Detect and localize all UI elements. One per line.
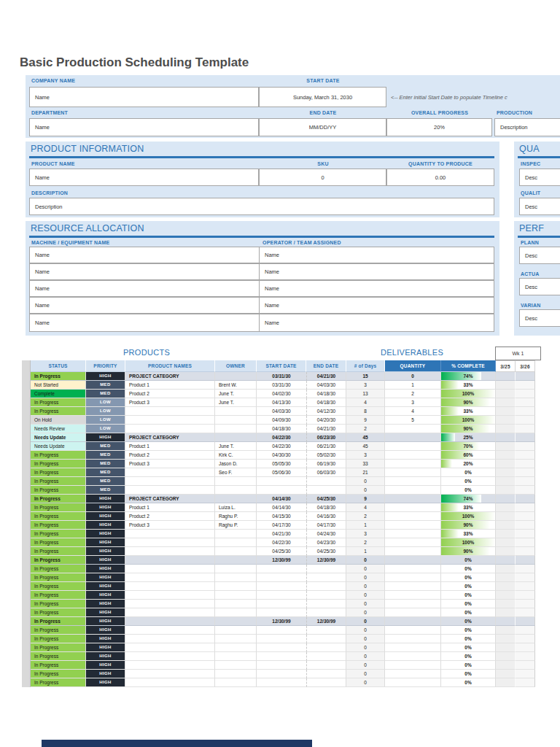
start-date-cell[interactable]: [257, 600, 306, 608]
status-cell[interactable]: In Progress: [31, 547, 86, 556]
start-date-cell[interactable]: 03/31/30: [257, 372, 306, 381]
priority-cell[interactable]: HIGH: [86, 512, 125, 521]
start-date-cell[interactable]: 04/22/30: [257, 433, 306, 442]
complete-cell[interactable]: 33%: [441, 407, 496, 416]
complete-cell[interactable]: 0%: [441, 591, 496, 600]
timeline-cell[interactable]: [516, 477, 535, 486]
timeline-cell[interactable]: [516, 678, 535, 687]
complete-cell[interactable]: 0%: [441, 582, 496, 591]
complete-cell[interactable]: 0%: [441, 573, 496, 582]
end-date-field[interactable]: MM/DD/YY: [259, 118, 386, 136]
quantity-cell[interactable]: [385, 433, 441, 442]
end-date-cell[interactable]: 04/23/30: [306, 538, 346, 547]
quantity-cell[interactable]: [385, 503, 441, 512]
owner-cell[interactable]: [215, 416, 257, 425]
complete-cell[interactable]: 0%: [441, 556, 496, 565]
start-date-cell[interactable]: [257, 591, 306, 600]
product-name-cell[interactable]: [125, 468, 215, 477]
operator-field[interactable]: Name: [259, 247, 494, 263]
end-date-cell[interactable]: 04/25/30: [306, 495, 346, 503]
end-date-cell[interactable]: 04/12/30: [306, 407, 346, 416]
quantity-cell[interactable]: [385, 678, 441, 687]
status-cell[interactable]: In Progress: [31, 538, 86, 547]
quantity-cell[interactable]: 4: [385, 407, 441, 416]
start-date-cell[interactable]: 04/14/30: [257, 495, 306, 503]
product-name-cell[interactable]: Product 2: [125, 451, 215, 460]
start-date-cell[interactable]: 05/06/30: [257, 468, 306, 477]
start-date-cell[interactable]: [257, 486, 306, 495]
start-date-cell[interactable]: 04/18/30: [257, 425, 306, 433]
timeline-cell[interactable]: [496, 398, 516, 407]
quantity-cell[interactable]: [385, 635, 441, 643]
product-name-cell[interactable]: [125, 608, 215, 617]
timeline-cell[interactable]: [496, 442, 516, 451]
timeline-cell[interactable]: [516, 565, 535, 573]
timeline-cell[interactable]: [516, 468, 535, 477]
days-cell[interactable]: 0: [346, 661, 385, 670]
quantity-cell[interactable]: [385, 652, 441, 661]
product-name-cell[interactable]: PROJECT CATEGORY: [125, 433, 215, 442]
timeline-cell[interactable]: [516, 503, 535, 512]
complete-cell[interactable]: 0%: [441, 565, 496, 573]
priority-header[interactable]: PRIORITY: [86, 360, 125, 372]
days-cell[interactable]: 0: [346, 608, 385, 617]
timeline-cell[interactable]: [516, 495, 535, 503]
quantity-to-produce-field[interactable]: 0.00: [386, 169, 494, 186]
priority-cell[interactable]: HIGH: [86, 652, 125, 661]
quantity-cell[interactable]: [385, 486, 441, 495]
product-name-cell[interactable]: Product 1: [125, 442, 215, 451]
priority-cell[interactable]: HIGH: [86, 565, 125, 573]
product-name-cell[interactable]: [125, 407, 215, 416]
status-cell[interactable]: Needs Update: [31, 442, 86, 451]
status-cell[interactable]: In Progress: [31, 591, 86, 600]
start-date-cell[interactable]: 04/13/30: [257, 398, 306, 407]
days-cell[interactable]: 2: [346, 425, 385, 433]
timeline-cell[interactable]: [496, 381, 516, 390]
timeline-cell[interactable]: [496, 565, 516, 573]
priority-cell[interactable]: HIGH: [86, 635, 125, 643]
status-cell[interactable]: Needs Review: [31, 425, 86, 433]
start-date-cell[interactable]: 04/21/30: [257, 530, 306, 538]
timeline-cell[interactable]: [516, 591, 535, 600]
days-cell[interactable]: 9: [346, 495, 385, 503]
timeline-cell[interactable]: [516, 521, 535, 530]
status-cell[interactable]: In Progress: [31, 477, 86, 486]
priority-cell[interactable]: HIGH: [86, 556, 125, 565]
status-cell[interactable]: In Progress: [31, 565, 86, 573]
days-cell[interactable]: 3: [346, 451, 385, 460]
timeline-cell[interactable]: [516, 670, 535, 678]
timeline-cell[interactable]: [516, 635, 535, 643]
days-cell[interactable]: 4: [346, 398, 385, 407]
owner-cell[interactable]: [215, 661, 257, 670]
complete-cell[interactable]: 0%: [441, 617, 496, 626]
start-date-cell[interactable]: 12/30/99: [257, 617, 306, 626]
machine-field[interactable]: Name: [29, 263, 260, 280]
complete-cell[interactable]: 0%: [441, 670, 496, 678]
owner-cell[interactable]: [215, 670, 257, 678]
owner-cell[interactable]: [215, 547, 257, 556]
days-cell[interactable]: 3: [346, 530, 385, 538]
priority-cell[interactable]: HIGH: [86, 608, 125, 617]
start-date-cell[interactable]: 04/17/30: [257, 521, 306, 530]
timeline-cell[interactable]: [496, 678, 516, 687]
timeline-cell[interactable]: [496, 530, 516, 538]
timeline-cell[interactable]: [516, 372, 535, 381]
status-cell[interactable]: In Progress: [31, 468, 86, 477]
end-date-cell[interactable]: 04/24/30: [306, 530, 346, 538]
status-cell[interactable]: In Progress: [31, 556, 86, 565]
status-cell[interactable]: Complete: [31, 390, 86, 398]
end-date-cell[interactable]: 12/30/99: [306, 556, 346, 565]
product-name-cell[interactable]: [125, 617, 215, 626]
days-cell[interactable]: 0: [346, 678, 385, 687]
operator-field[interactable]: Name: [259, 314, 494, 332]
end-date-cell[interactable]: 04/21/30: [306, 372, 346, 381]
complete-cell[interactable]: 0%: [441, 661, 496, 670]
owner-cell[interactable]: [215, 538, 257, 547]
priority-cell[interactable]: LOW: [86, 407, 125, 416]
owner-cell[interactable]: Luiza L.: [215, 503, 257, 512]
status-cell[interactable]: In Progress: [31, 486, 86, 495]
timeline-cell[interactable]: [496, 433, 516, 442]
owner-cell[interactable]: [215, 591, 257, 600]
owner-cell[interactable]: Raghu P.: [215, 521, 257, 530]
priority-cell[interactable]: HIGH: [86, 503, 125, 512]
